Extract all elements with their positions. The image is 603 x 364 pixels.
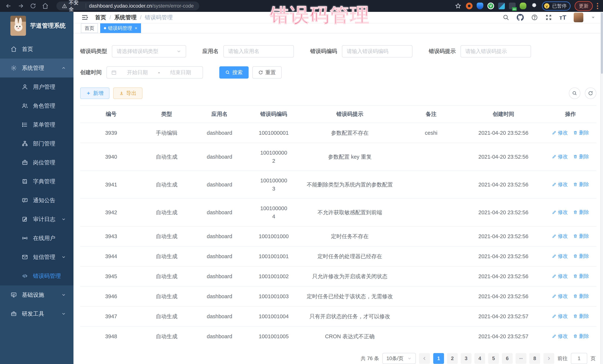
error-code-input[interactable]	[347, 48, 408, 54]
browser-update-button[interactable]: 更新	[575, 1, 593, 11]
edit-link[interactable]: 修改	[552, 272, 568, 280]
close-icon[interactable]: ×	[135, 26, 137, 31]
delete-link[interactable]: 删除	[573, 332, 589, 340]
page-button-6[interactable]: 6	[502, 353, 513, 364]
goto-page-input[interactable]	[571, 353, 587, 364]
delete-link[interactable]: 删除	[573, 129, 589, 137]
sidebar-item-post[interactable]: 岗位管理	[0, 153, 73, 172]
calendar-icon	[111, 70, 116, 75]
edit-link[interactable]: 修改	[552, 312, 568, 320]
app-name-input[interactable]	[228, 48, 289, 54]
tab-active[interactable]: 错误码管理×	[100, 23, 141, 33]
row-code: 1001001005	[248, 326, 300, 346]
error-type-select[interactable]: 请选择错误码类型	[112, 45, 186, 57]
delete-link[interactable]: 删除	[573, 272, 589, 280]
edit-link[interactable]: 修改	[552, 129, 568, 137]
more-pages-button[interactable]: •••	[516, 353, 526, 364]
page-button-4[interactable]: 4	[475, 353, 485, 364]
refresh-table-button[interactable]	[585, 88, 596, 99]
sidebar-item-error-code[interactable]: 错误码管理	[0, 266, 73, 286]
extension-icon[interactable]	[498, 3, 505, 9]
browser-home-icon[interactable]	[42, 2, 49, 10]
error-msg-input[interactable]	[465, 48, 526, 54]
sidebar-item-devtools[interactable]: 研发工具	[0, 304, 73, 323]
next-page-button[interactable]	[544, 353, 554, 364]
search-icon[interactable]	[503, 14, 509, 21]
extension-icon[interactable]	[466, 3, 473, 9]
column-header: 备注	[400, 105, 462, 123]
hamburger-icon[interactable]	[81, 13, 89, 21]
sidebar-item-audit-log[interactable]: 审计日志	[0, 210, 73, 229]
browser-menu-icon[interactable]	[597, 3, 598, 9]
extension-icon[interactable]	[520, 3, 526, 9]
not-secure-warning[interactable]: 不安全	[62, 0, 83, 12]
page-size-select[interactable]: 10条/页	[383, 353, 416, 364]
delete-link[interactable]: 删除	[573, 153, 589, 161]
breadcrumb-item[interactable]: 系统管理	[114, 14, 137, 21]
edit-link[interactable]: 修改	[552, 292, 568, 300]
sidebar-item-dept[interactable]: 部门管理	[0, 134, 73, 153]
delete-link[interactable]: 删除	[573, 232, 589, 240]
sidebar-item-notice[interactable]: 通知公告	[0, 191, 73, 210]
user-avatar[interactable]	[574, 13, 583, 22]
delete-link[interactable]: 删除	[573, 252, 589, 260]
page-button-5[interactable]: 5	[488, 353, 499, 364]
sidebar-item-home[interactable]: 首页	[0, 40, 73, 59]
fullscreen-icon[interactable]	[545, 14, 552, 21]
logo-row[interactable]: 芋道管理系统	[0, 12, 73, 40]
browser-forward-icon[interactable]	[17, 2, 24, 10]
sidebar-item-role[interactable]: 角色管理	[0, 96, 73, 115]
sidebar-item-online-user[interactable]: 在线用户	[0, 229, 73, 248]
page-scrollbar[interactable]	[600, 12, 603, 364]
font-size-icon[interactable]: тТ	[559, 14, 566, 21]
extension-icon[interactable]: on	[509, 3, 516, 9]
edit-link[interactable]: 修改	[552, 180, 568, 188]
delete-link[interactable]: 删除	[573, 292, 589, 300]
row-id: 3939	[80, 123, 142, 143]
edit-link[interactable]: 修改	[552, 208, 568, 216]
browser-back-icon[interactable]	[5, 2, 12, 10]
active-dot	[104, 27, 106, 29]
sidebar-item-sms[interactable]: 短信管理	[0, 248, 73, 266]
page-button-1[interactable]: 1	[433, 353, 444, 364]
breadcrumb-item[interactable]: 首页	[95, 14, 106, 21]
export-button[interactable]: 导出	[113, 88, 142, 99]
delete-link[interactable]: 删除	[573, 312, 589, 320]
edit-link[interactable]: 修改	[552, 332, 568, 340]
edit-link[interactable]: 修改	[552, 232, 568, 240]
tab-inactive[interactable]: 首页	[81, 23, 98, 33]
help-icon[interactable]	[531, 14, 538, 21]
sidebar-item-system[interactable]: 系统管理	[0, 59, 73, 77]
edit-link[interactable]: 修改	[552, 252, 568, 260]
delete-link[interactable]: 删除	[573, 208, 589, 216]
url-bar[interactable]: 不安全 dashboard.yudao.iocoder.cn/system/er…	[56, 1, 199, 10]
sidebar-item-dict[interactable]: 字典管理	[0, 172, 73, 191]
breadcrumb-item: 错误码管理	[145, 14, 173, 21]
toggle-search-button[interactable]	[569, 88, 580, 99]
date-range-picker[interactable]: 开始日期 - 结束日期	[106, 66, 203, 78]
browser-reload-icon[interactable]	[29, 2, 37, 10]
sidebar-item-label: 用户管理	[33, 83, 55, 91]
search-button[interactable]: 搜索	[219, 66, 249, 78]
extension-icon[interactable]	[477, 3, 483, 9]
delete-link[interactable]: 删除	[573, 180, 589, 188]
profile-paused-badge[interactable]: 已暂停	[542, 1, 570, 11]
sidebar-item-user[interactable]: 用户管理	[0, 77, 73, 96]
github-icon[interactable]	[517, 14, 524, 21]
chevron-down-icon	[176, 49, 181, 54]
sidebar-item-menu[interactable]: 菜单管理	[0, 115, 73, 134]
sidebar-item-infra[interactable]: 基础设施	[0, 286, 73, 304]
add-button[interactable]: 新增	[80, 88, 109, 99]
bookmark-star-icon[interactable]	[454, 2, 462, 10]
page-button-3[interactable]: 3	[461, 353, 471, 364]
page-button-8[interactable]: 8	[529, 353, 540, 364]
prev-page-button[interactable]	[419, 353, 430, 364]
chevron-down-icon[interactable]	[591, 15, 596, 20]
row-create-time: 2021-04-20 23:52:56	[462, 286, 545, 306]
reset-button[interactable]: 重置	[252, 66, 282, 78]
url-text[interactable]: dashboard.yudao.iocoder.cn/system/error-…	[89, 3, 194, 9]
edit-link[interactable]: 修改	[552, 153, 568, 161]
page-button-2[interactable]: 2	[447, 353, 458, 364]
extension-icon[interactable]: V	[487, 3, 494, 9]
extensions-puzzle-icon[interactable]	[531, 2, 538, 10]
